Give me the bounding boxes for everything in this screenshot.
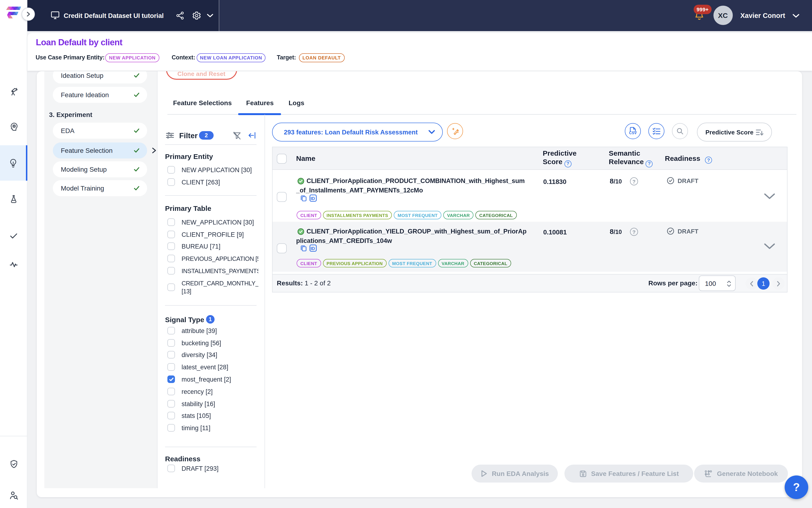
svg-text:CSV: CSV (629, 131, 637, 135)
svg-text:ID: ID (311, 246, 315, 251)
svg-text:ID: ID (311, 196, 315, 201)
